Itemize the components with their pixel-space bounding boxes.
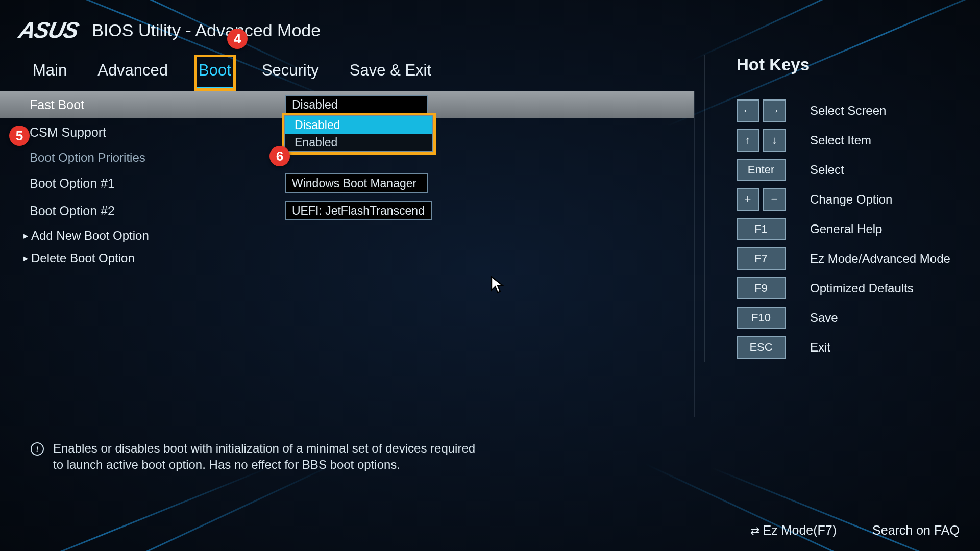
boot-option-2-label: Boot Option #2 (30, 204, 285, 218)
tab-main[interactable]: Main (30, 56, 70, 89)
hotkey-desc: Exit (810, 340, 830, 355)
csm-support-label: CSM Support (30, 125, 285, 140)
hotkey-key: → (763, 99, 786, 122)
tab-boot[interactable]: Boot (195, 56, 234, 89)
hotkey-desc: Select (810, 163, 844, 177)
hotkey-key: ESC (737, 336, 786, 359)
hotkey-desc: Ez Mode/Advanced Mode (810, 252, 950, 266)
hotkeys-panel: Hot Keys ←→Select Screen↑↓Select ItemEnt… (704, 55, 980, 362)
fast-boot-label: Fast Boot (30, 97, 84, 112)
tabs: Main Advanced Boot Security Save & Exit (30, 56, 434, 89)
hotkey-row: ESCExit (737, 333, 980, 362)
boot-option-2-value[interactable]: UEFI: JetFlashTranscend (285, 201, 432, 220)
hotkey-row: EnterSelect (737, 155, 980, 185)
hotkey-key: F1 (737, 218, 786, 240)
fast-boot-value[interactable]: Disabled (285, 95, 428, 114)
tab-save-exit[interactable]: Save & Exit (347, 56, 434, 89)
callout-5: 5 (9, 126, 30, 146)
callout-6: 6 (270, 146, 290, 166)
hotkey-row: ←→Select Screen (737, 96, 980, 126)
cursor-icon (490, 276, 505, 294)
boot-option-1-value[interactable]: Windows Boot Manager (285, 173, 428, 193)
hotkey-row: F9Optimized Defaults (737, 273, 980, 303)
vertical-divider (694, 91, 695, 417)
hotkey-desc: Select Screen (810, 104, 886, 118)
hotkey-key: ↑ (737, 129, 759, 152)
hotkey-row: F7Ez Mode/Advanced Mode (737, 244, 980, 273)
hotkey-row: F10Save (737, 303, 980, 333)
delete-boot-option[interactable]: Delete Boot Option (0, 247, 694, 269)
brand-logo: ASUS (17, 17, 81, 43)
hotkey-row: ↑↓Select Item (737, 126, 980, 155)
callout-4: 4 (227, 29, 248, 49)
boot-pane: Fast Boot Disabled Disabled Enabled CSM … (0, 91, 694, 269)
hotkey-key: + (737, 188, 759, 211)
page-title: BIOS Utility - Advanced Mode (92, 20, 321, 40)
info-icon: i (31, 442, 44, 456)
hotkey-desc: General Help (810, 222, 882, 236)
hotkey-key: F10 (737, 307, 786, 329)
hotkey-desc: Select Item (810, 133, 871, 147)
footer: Ez Mode(F7) Search on FAQ (750, 523, 960, 538)
hotkey-desc: Optimized Defaults (810, 281, 914, 295)
hotkey-row: F1General Help (737, 214, 980, 244)
tab-security[interactable]: Security (259, 56, 322, 89)
row-boot-option-1[interactable]: Boot Option #1 Windows Boot Manager (0, 169, 694, 197)
hotkey-key: F9 (737, 277, 786, 299)
header: ASUS BIOS Utility - Advanced Mode (19, 17, 321, 43)
hotkey-key: Enter (737, 159, 786, 181)
row-fast-boot[interactable]: Fast Boot Disabled Disabled Enabled (0, 91, 694, 118)
ez-mode-link[interactable]: Ez Mode(F7) (750, 523, 837, 538)
help-text: Enables or disables boot with initializa… (53, 440, 477, 473)
hotkey-key: ← (737, 99, 759, 122)
hotkey-row: +−Change Option (737, 185, 980, 214)
row-boot-option-2[interactable]: Boot Option #2 UEFI: JetFlashTranscend (0, 197, 694, 224)
hotkey-desc: Save (810, 311, 838, 325)
tab-advanced[interactable]: Advanced (94, 56, 171, 89)
hotkey-key: ↓ (763, 129, 786, 152)
boot-option-1-label: Boot Option #1 (30, 176, 285, 191)
hotkeys-title: Hot Keys (737, 55, 980, 74)
hotkey-desc: Change Option (810, 192, 892, 207)
row-csm-support[interactable]: CSM Support (0, 118, 694, 146)
hotkey-key: F7 (737, 247, 786, 270)
add-boot-option[interactable]: Add New Boot Option (0, 224, 694, 247)
help-bar: i Enables or disables boot with initiali… (0, 429, 694, 473)
hotkey-key: − (763, 188, 786, 211)
search-faq-link[interactable]: Search on FAQ (872, 523, 960, 538)
